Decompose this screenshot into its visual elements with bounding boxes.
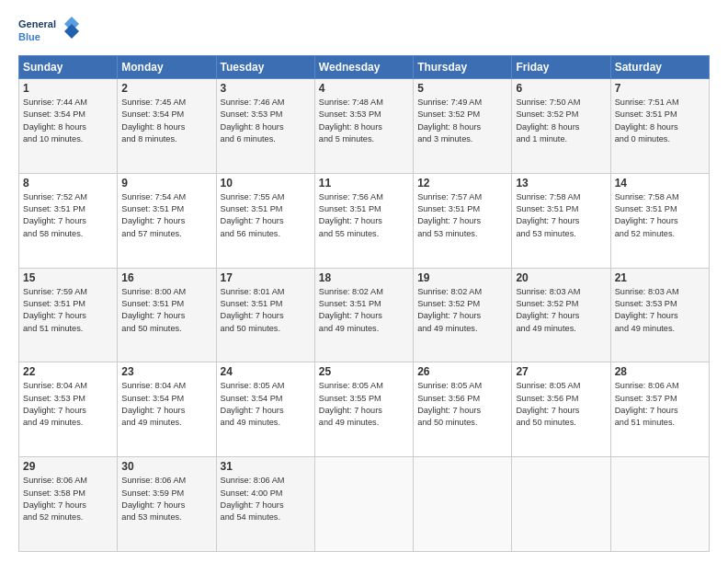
calendar-cell: 20Sunrise: 8:03 AM Sunset: 3:52 PM Dayli… (512, 268, 610, 362)
day-number: 13 (516, 177, 606, 190)
logo-svg: General Blue (18, 15, 83, 48)
week-row-2: 8Sunrise: 7:52 AM Sunset: 3:51 PM Daylig… (19, 173, 710, 268)
calendar-cell: 10Sunrise: 7:55 AM Sunset: 3:51 PM Dayli… (216, 173, 314, 268)
weekday-header-saturday: Saturday (610, 56, 709, 79)
weekday-header-sunday: Sunday (19, 56, 118, 79)
calendar-cell: 9Sunrise: 7:54 AM Sunset: 3:51 PM Daylig… (118, 173, 216, 268)
day-info: Sunrise: 8:03 AM Sunset: 3:53 PM Dayligh… (615, 286, 705, 335)
day-number: 5 (417, 82, 507, 95)
day-info: Sunrise: 7:48 AM Sunset: 3:53 PM Dayligh… (319, 97, 409, 145)
day-info: Sunrise: 8:04 AM Sunset: 3:54 PM Dayligh… (121, 380, 211, 429)
day-number: 12 (417, 177, 507, 190)
day-number: 20 (516, 271, 606, 284)
calendar-cell: 30Sunrise: 8:06 AM Sunset: 3:59 PM Dayli… (118, 457, 216, 552)
day-number: 9 (121, 177, 211, 190)
day-info: Sunrise: 8:03 AM Sunset: 3:52 PM Dayligh… (516, 286, 606, 335)
page: General Blue SundayMondayTuesdayWednesda… (0, 0, 728, 563)
day-info: Sunrise: 8:06 AM Sunset: 3:57 PM Dayligh… (615, 380, 705, 429)
calendar-cell: 1Sunrise: 7:44 AM Sunset: 3:54 PM Daylig… (19, 79, 118, 174)
day-info: Sunrise: 7:52 AM Sunset: 3:51 PM Dayligh… (23, 191, 113, 240)
weekday-header-row: SundayMondayTuesdayWednesdayThursdayFrid… (19, 56, 710, 79)
calendar-cell: 22Sunrise: 8:04 AM Sunset: 3:53 PM Dayli… (19, 362, 118, 457)
header: General Blue (18, 15, 710, 48)
calendar-cell: 26Sunrise: 8:05 AM Sunset: 3:56 PM Dayli… (414, 362, 512, 457)
day-info: Sunrise: 7:54 AM Sunset: 3:51 PM Dayligh… (121, 191, 211, 240)
day-info: Sunrise: 8:01 AM Sunset: 3:51 PM Dayligh… (221, 286, 311, 335)
calendar-cell: 15Sunrise: 7:59 AM Sunset: 3:51 PM Dayli… (19, 268, 118, 362)
day-info: Sunrise: 7:46 AM Sunset: 3:53 PM Dayligh… (221, 97, 311, 145)
day-number: 10 (221, 177, 311, 190)
day-info: Sunrise: 7:58 AM Sunset: 3:51 PM Dayligh… (516, 191, 606, 240)
calendar-cell: 24Sunrise: 8:05 AM Sunset: 3:54 PM Dayli… (216, 362, 314, 457)
day-info: Sunrise: 7:59 AM Sunset: 3:51 PM Dayligh… (23, 286, 113, 335)
day-number: 8 (23, 177, 113, 190)
calendar-cell: 16Sunrise: 8:00 AM Sunset: 3:51 PM Dayli… (118, 268, 216, 362)
calendar-cell: 13Sunrise: 7:58 AM Sunset: 3:51 PM Dayli… (512, 173, 610, 268)
day-info: Sunrise: 8:04 AM Sunset: 3:53 PM Dayligh… (23, 380, 113, 429)
calendar-cell: 7Sunrise: 7:51 AM Sunset: 3:51 PM Daylig… (610, 79, 709, 174)
day-number: 19 (417, 271, 507, 284)
weekday-header-tuesday: Tuesday (216, 56, 314, 79)
calendar-cell: 11Sunrise: 7:56 AM Sunset: 3:51 PM Dayli… (314, 173, 413, 268)
weekday-header-thursday: Thursday (414, 56, 512, 79)
day-number: 18 (319, 271, 409, 284)
calendar-table: SundayMondayTuesdayWednesdayThursdayFrid… (18, 55, 710, 552)
day-number: 17 (221, 271, 311, 284)
calendar-cell: 2Sunrise: 7:45 AM Sunset: 3:54 PM Daylig… (118, 79, 216, 174)
week-row-3: 15Sunrise: 7:59 AM Sunset: 3:51 PM Dayli… (19, 268, 710, 362)
day-info: Sunrise: 7:57 AM Sunset: 3:51 PM Dayligh… (417, 191, 507, 240)
day-number: 24 (221, 365, 311, 378)
day-number: 29 (23, 460, 113, 473)
day-info: Sunrise: 7:55 AM Sunset: 3:51 PM Dayligh… (221, 191, 311, 240)
calendar-cell: 27Sunrise: 8:05 AM Sunset: 3:56 PM Dayli… (512, 362, 610, 457)
calendar-cell: 5Sunrise: 7:49 AM Sunset: 3:52 PM Daylig… (414, 79, 512, 174)
day-number: 15 (23, 271, 113, 284)
day-info: Sunrise: 7:56 AM Sunset: 3:51 PM Dayligh… (319, 191, 409, 240)
calendar-cell (512, 457, 610, 552)
day-number: 21 (615, 271, 705, 284)
calendar-cell: 4Sunrise: 7:48 AM Sunset: 3:53 PM Daylig… (314, 79, 413, 174)
day-info: Sunrise: 8:06 AM Sunset: 3:59 PM Dayligh… (121, 475, 211, 523)
calendar-cell: 25Sunrise: 8:05 AM Sunset: 3:55 PM Dayli… (314, 362, 413, 457)
day-number: 23 (121, 365, 211, 378)
calendar-cell: 3Sunrise: 7:46 AM Sunset: 3:53 PM Daylig… (216, 79, 314, 174)
svg-text:Blue: Blue (18, 31, 40, 42)
day-info: Sunrise: 7:50 AM Sunset: 3:52 PM Dayligh… (516, 97, 606, 145)
weekday-header-monday: Monday (118, 56, 216, 79)
calendar-cell: 23Sunrise: 8:04 AM Sunset: 3:54 PM Dayli… (118, 362, 216, 457)
day-number: 7 (615, 82, 705, 95)
day-number: 2 (121, 82, 211, 95)
day-number: 16 (121, 271, 211, 284)
weekday-header-wednesday: Wednesday (314, 56, 413, 79)
day-info: Sunrise: 8:00 AM Sunset: 3:51 PM Dayligh… (121, 286, 211, 335)
calendar-cell: 28Sunrise: 8:06 AM Sunset: 3:57 PM Dayli… (610, 362, 709, 457)
day-info: Sunrise: 7:45 AM Sunset: 3:54 PM Dayligh… (121, 97, 211, 145)
day-number: 30 (121, 460, 211, 473)
day-info: Sunrise: 8:06 AM Sunset: 4:00 PM Dayligh… (221, 475, 311, 523)
day-info: Sunrise: 8:05 AM Sunset: 3:56 PM Dayligh… (417, 380, 507, 429)
calendar-cell: 21Sunrise: 8:03 AM Sunset: 3:53 PM Dayli… (610, 268, 709, 362)
week-row-4: 22Sunrise: 8:04 AM Sunset: 3:53 PM Dayli… (19, 362, 710, 457)
day-info: Sunrise: 8:05 AM Sunset: 3:56 PM Dayligh… (516, 380, 606, 429)
day-info: Sunrise: 8:05 AM Sunset: 3:55 PM Dayligh… (319, 380, 409, 429)
day-info: Sunrise: 7:49 AM Sunset: 3:52 PM Dayligh… (417, 97, 507, 145)
day-number: 1 (23, 82, 113, 95)
day-number: 25 (319, 365, 409, 378)
day-number: 3 (221, 82, 311, 95)
day-number: 31 (221, 460, 311, 473)
calendar-cell: 14Sunrise: 7:58 AM Sunset: 3:51 PM Dayli… (610, 173, 709, 268)
week-row-1: 1Sunrise: 7:44 AM Sunset: 3:54 PM Daylig… (19, 79, 710, 174)
calendar-cell: 31Sunrise: 8:06 AM Sunset: 4:00 PM Dayli… (216, 457, 314, 552)
day-number: 14 (615, 177, 705, 190)
day-number: 28 (615, 365, 705, 378)
calendar-cell (414, 457, 512, 552)
day-number: 22 (23, 365, 113, 378)
calendar-cell: 17Sunrise: 8:01 AM Sunset: 3:51 PM Dayli… (216, 268, 314, 362)
logo: General Blue (18, 15, 83, 48)
day-number: 6 (516, 82, 606, 95)
day-info: Sunrise: 7:51 AM Sunset: 3:51 PM Dayligh… (615, 97, 705, 145)
day-info: Sunrise: 8:06 AM Sunset: 3:58 PM Dayligh… (23, 475, 113, 523)
day-number: 4 (319, 82, 409, 95)
calendar-cell (610, 457, 709, 552)
day-info: Sunrise: 8:05 AM Sunset: 3:54 PM Dayligh… (221, 380, 311, 429)
